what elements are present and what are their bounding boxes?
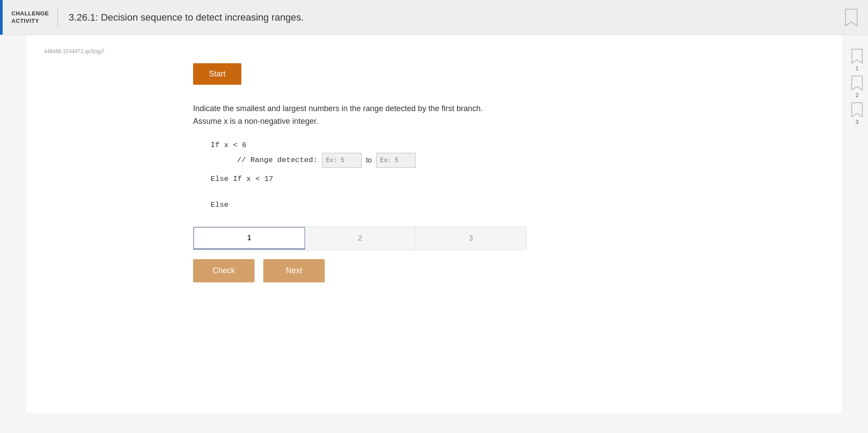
range-to-input[interactable] xyxy=(376,153,416,168)
sidebar-item-1[interactable]: 1 xyxy=(850,48,864,72)
next-button[interactable]: Next xyxy=(263,259,325,282)
sidebar: 1 2 3 xyxy=(846,44,868,130)
start-button[interactable]: Start xyxy=(193,63,241,85)
sidebar-bookmark-1-icon xyxy=(850,48,864,64)
sidebar-item-3[interactable]: 3 xyxy=(850,102,864,125)
else-if-line: Else If x < 17 xyxy=(211,175,623,183)
sidebar-item-2-label: 2 xyxy=(856,92,859,98)
step-3[interactable]: 3 xyxy=(416,227,526,250)
sidebar-bookmark-3-icon xyxy=(850,102,864,118)
else-line: Else xyxy=(211,201,623,209)
range-from-input[interactable] xyxy=(322,153,362,168)
header: CHALLENGE ACTIVITY 3.26.1: Decision sequ… xyxy=(0,0,868,35)
header-bookmark-area xyxy=(843,0,868,35)
sidebar-item-1-label: 1 xyxy=(856,65,859,72)
sidebar-bookmark-2-icon xyxy=(850,75,864,91)
sidebar-item-3-label: 3 xyxy=(856,119,859,125)
step-1[interactable]: 1 xyxy=(193,227,305,249)
session-id: 448466.3244472.qx3zqy7 xyxy=(26,44,842,59)
sidebar-item-2[interactable]: 2 xyxy=(850,75,864,98)
bookmark-header-icon xyxy=(843,8,859,27)
range-inputs: to xyxy=(322,153,416,168)
header-title: 3.26.1: Decision sequence to detect incr… xyxy=(58,0,843,35)
bottom-buttons: Check Next xyxy=(193,259,623,282)
step-2[interactable]: 2 xyxy=(305,227,416,250)
check-button[interactable]: Check xyxy=(193,259,255,282)
if-line: If x < 6 xyxy=(211,141,623,149)
range-line: // Range detected: to xyxy=(237,153,623,168)
step-bar: 1 2 3 xyxy=(193,227,527,250)
content-area: Start Indicate the smallest and largest … xyxy=(26,59,641,300)
code-block: If x < 6 // Range detected: to Else If x… xyxy=(211,141,623,209)
main-content: 448466.3244472.qx3zqy7 Start Indicate th… xyxy=(26,35,842,413)
question-text: Indicate the smallest and largest number… xyxy=(193,102,509,128)
challenge-label: CHALLENGE ACTIVITY xyxy=(3,0,57,35)
